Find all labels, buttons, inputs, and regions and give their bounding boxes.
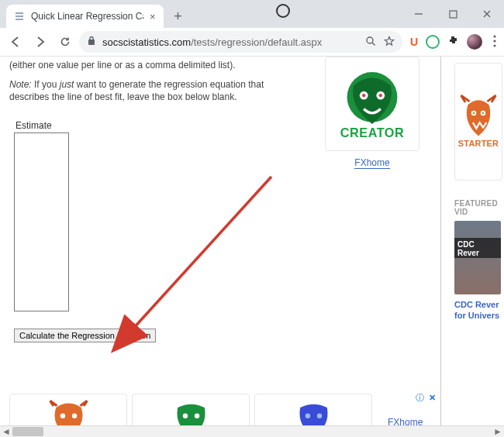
ad-bottom-row: ⓘ ✕ STARTER [9,394,436,425]
estimate-label: Estimate [16,120,296,131]
zoom-icon[interactable] [365,36,376,49]
horizontal-scrollbar[interactable]: ◄ ► [0,425,504,437]
ad-card-starter[interactable]: STARTER [9,394,127,425]
svg-point-12 [493,44,495,46]
svg-point-25 [305,413,309,418]
record-indicator-icon[interactable] [276,4,290,18]
svg-line-9 [372,43,375,46]
ad-card-creator[interactable]: CREATOR [132,394,250,425]
address-bar[interactable]: socscistatistics.com/tests/regression/de… [79,31,402,53]
column-divider [440,57,441,425]
window-titlebar: Quick Linear Regression Calculat × + [0,0,504,28]
scroll-thumb[interactable] [12,427,43,436]
rail-video-thumb[interactable]: CDC Rever [454,221,501,294]
svg-point-19 [60,413,64,418]
star-icon[interactable] [384,36,395,49]
browser-tab[interactable]: Quick Linear Regression Calculat × [6,5,164,28]
lock-icon [87,36,96,48]
note-paragraph: Note: If you just want to generate the r… [9,78,288,103]
ad-close-icon[interactable]: ✕ [429,393,436,403]
svg-point-26 [316,413,321,418]
svg-rect-7 [88,40,95,45]
extensions-area: U [410,34,499,50]
svg-point-23 [194,413,198,418]
ad-link-fxhome-bottom[interactable]: FXhome [388,417,423,426]
reload-button[interactable] [54,31,76,53]
svg-point-11 [493,40,495,42]
scroll-left-icon[interactable]: ◄ [0,426,12,437]
svg-point-8 [367,37,373,43]
tab-close-icon[interactable]: × [150,12,156,22]
svg-point-22 [182,413,187,418]
extensions-button[interactable] [447,35,459,49]
scroll-right-icon[interactable]: ► [492,426,504,437]
calculate-button[interactable]: Calculate the Regression Equation [14,329,156,342]
ad-top: CREATOR FXhome [318,57,426,169]
svg-text:STARTER: STARTER [458,139,499,148]
svg-point-30 [473,112,475,115]
rail-video-caption[interactable]: CDC Rever for Univers [454,299,504,322]
svg-point-17 [379,94,382,97]
extension-u-icon[interactable]: U [410,36,418,48]
right-rail: STARTER FEATURED VID CDC Rever CDC Rever… [450,63,504,322]
window-minimize-button[interactable] [402,0,436,28]
svg-point-16 [362,94,365,97]
tab-title: Quick Linear Regression Calculat [31,11,143,22]
back-button[interactable] [5,31,26,53]
rail-ad-starter[interactable]: STARTER [454,63,502,181]
url-text: socscistatistics.com/tests/regression/de… [102,36,322,48]
new-tab-button[interactable]: + [168,6,188,26]
chrome-menu-button[interactable] [493,35,496,50]
svg-point-20 [71,413,76,418]
estimate-input[interactable] [14,132,69,311]
profile-avatar[interactable] [467,34,482,50]
extension-green-icon[interactable] [426,35,440,49]
ad-link-fxhome[interactable]: FXhome [354,157,389,169]
window-close-button[interactable] [470,0,504,28]
svg-point-31 [482,112,485,115]
rail-section-title: FEATURED VID [454,199,504,216]
ad-info-icon[interactable]: ⓘ [416,392,424,404]
favicon-icon [14,11,25,22]
intro-fragment: (either one value per line or as a comma… [9,60,296,71]
ad-mascot-creator[interactable]: CREATOR [325,57,419,151]
forward-button[interactable] [29,31,51,53]
ad-card-artist[interactable]: ARTIST [254,394,372,425]
window-maximize-button[interactable] [436,0,470,28]
svg-rect-4 [450,11,457,18]
svg-text:CREATOR: CREATOR [340,126,404,139]
svg-point-10 [493,35,495,37]
browser-toolbar: socscistatistics.com/tests/regression/de… [0,28,504,57]
rail-video-overlay: CDC Rever [454,238,501,258]
